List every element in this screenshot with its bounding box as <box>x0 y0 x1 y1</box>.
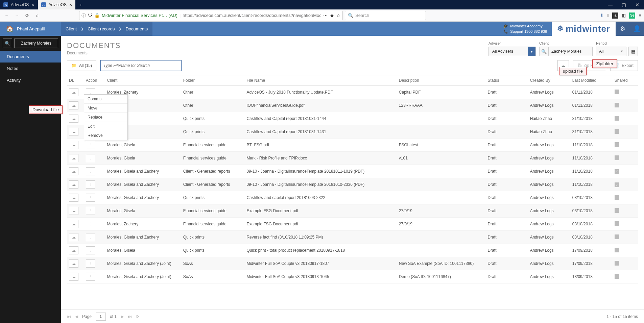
downloads-icon[interactable]: ⬇ <box>600 13 604 18</box>
more-icon[interactable]: ⋯ <box>323 13 328 18</box>
page-input[interactable] <box>96 313 106 321</box>
cell-shared[interactable] <box>613 231 638 244</box>
menu-icon[interactable]: ≡ <box>639 13 641 18</box>
column-header[interactable]: Action <box>84 75 105 86</box>
shared-checkbox[interactable] <box>615 116 619 121</box>
star-icon[interactable]: ☆ <box>336 13 340 18</box>
last-page-icon[interactable]: ⏭ <box>128 314 132 319</box>
sidebar-item-activity[interactable]: Activity <box>0 74 61 86</box>
folder-all-button[interactable]: 📁 All (15) <box>67 60 96 71</box>
ext-icon-1[interactable]: a <box>612 13 618 19</box>
shared-checkbox[interactable] <box>615 103 619 107</box>
column-header[interactable]: Client <box>105 75 181 86</box>
column-header[interactable]: Shared <box>613 75 638 86</box>
shared-checkbox[interactable] <box>615 142 619 147</box>
prev-page-icon[interactable]: ◀ <box>75 314 78 319</box>
shared-checkbox[interactable] <box>615 221 619 226</box>
filename-search-input[interactable] <box>100 60 182 71</box>
sidebar-search-button[interactable]: 🔍 <box>3 39 12 48</box>
app-user[interactable]: 🏠 Phani Anepalli <box>0 25 61 32</box>
row-actions-button[interactable]: ⋮ <box>86 154 95 162</box>
column-header[interactable]: Status <box>486 75 528 86</box>
column-header[interactable]: Folder <box>181 75 245 86</box>
download-button[interactable]: ☁ <box>69 154 78 162</box>
column-header[interactable]: Last Modified <box>570 75 613 86</box>
shared-checkbox[interactable] <box>615 234 619 239</box>
pocket-icon[interactable]: ◆ <box>330 13 334 18</box>
download-button[interactable]: ☁ <box>69 233 78 241</box>
context-menu-item-replace[interactable]: Replace <box>84 113 127 122</box>
row-actions-button[interactable]: ⋮ <box>86 273 95 281</box>
period-select[interactable]: All ▼ <box>596 47 626 56</box>
download-button[interactable]: ☁ <box>69 207 78 215</box>
academy-link[interactable]: Midwinter Academy <box>510 23 542 29</box>
context-menu-item-remove[interactable]: Remove <box>84 131 127 140</box>
breadcrumb-item[interactable]: Documents <box>125 26 148 31</box>
download-button[interactable]: ☁ <box>69 141 78 149</box>
maximize-icon[interactable]: ▢ <box>617 2 630 7</box>
cell-shared[interactable] <box>613 191 638 204</box>
client-search-button[interactable]: 🔍 <box>539 47 549 56</box>
download-button[interactable]: ☁ <box>69 167 78 175</box>
period-extra-button[interactable]: ▦ <box>628 47 638 56</box>
breadcrumb-item[interactable]: Client <box>66 26 77 31</box>
cell-shared[interactable] <box>613 204 638 218</box>
column-header[interactable]: Description <box>397 75 486 86</box>
shared-checkbox[interactable] <box>615 129 619 134</box>
download-button[interactable]: ☁ <box>69 259 78 268</box>
cell-shared[interactable] <box>613 218 638 231</box>
download-button[interactable]: ☁ <box>69 194 78 202</box>
download-button[interactable]: ☁ <box>69 101 78 109</box>
refresh-icon[interactable]: ⟳ <box>136 314 139 319</box>
column-header[interactable]: Created By <box>528 75 570 86</box>
close-icon[interactable]: × <box>31 2 34 7</box>
library-icon[interactable]: ⦀ <box>607 13 609 18</box>
info-icon[interactable]: ⓘ <box>81 13 86 19</box>
shared-checkbox[interactable] <box>615 195 619 200</box>
ext-icon-2[interactable]: Se <box>629 13 635 19</box>
download-button[interactable]: ☁ <box>69 246 78 254</box>
row-actions-button[interactable]: ⋮ <box>86 220 95 228</box>
close-icon[interactable]: ✕ <box>630 2 644 7</box>
browser-tab-inactive[interactable]: A AdviceOS × <box>0 0 38 9</box>
column-header[interactable]: DL <box>67 75 84 86</box>
shared-checkbox[interactable] <box>615 274 619 279</box>
shared-checkbox[interactable] <box>615 90 619 94</box>
row-actions-button[interactable]: ⋮ <box>86 233 95 241</box>
shared-checkbox[interactable] <box>615 182 619 187</box>
home-icon[interactable]: ⌂ <box>33 11 41 20</box>
download-button[interactable]: ☁ <box>69 180 78 189</box>
context-menu-item-comms[interactable]: Comms <box>84 95 127 104</box>
client-value[interactable]: Zachery Morales <box>549 47 593 56</box>
cell-shared[interactable] <box>613 244 638 257</box>
column-header[interactable]: File Name <box>244 75 397 86</box>
sidebar-item-notes[interactable]: Notes <box>0 63 61 74</box>
forward-icon[interactable]: → <box>13 11 21 20</box>
cell-shared[interactable] <box>613 125 638 139</box>
context-menu-item-move[interactable]: Move <box>84 104 127 113</box>
sidebar-item-documents[interactable]: Documents <box>0 51 61 63</box>
cell-shared[interactable] <box>613 257 638 270</box>
browser-search[interactable]: 🔍 Search <box>345 11 426 20</box>
cell-shared[interactable] <box>613 99 638 112</box>
home-icon[interactable]: 🏠 <box>6 25 14 32</box>
profile-button[interactable]: 👤 <box>630 22 644 36</box>
cell-shared[interactable] <box>613 112 638 125</box>
shared-checkbox[interactable] <box>615 155 619 160</box>
download-button[interactable]: ☁ <box>69 115 78 123</box>
first-page-icon[interactable]: ⏮ <box>67 314 71 319</box>
back-icon[interactable]: ← <box>3 11 11 20</box>
sidebar-icon[interactable]: ◧ <box>622 13 626 18</box>
row-actions-button[interactable]: ⋮ <box>86 180 95 189</box>
download-button[interactable]: ☁ <box>69 88 78 96</box>
cell-shared[interactable] <box>613 152 638 165</box>
shared-checkbox[interactable] <box>615 208 619 213</box>
row-actions-button[interactable]: ⋮ <box>86 167 95 175</box>
download-button[interactable]: ☁ <box>69 273 78 281</box>
row-actions-button[interactable]: ⋮ <box>86 207 95 215</box>
breadcrumb-item[interactable]: Client records <box>88 26 115 31</box>
url-bar[interactable]: ⓘ 🛡 🔒 Midwinter Financial Services Pt… (… <box>79 11 343 20</box>
cell-shared[interactable] <box>613 165 638 178</box>
context-menu-item-edit[interactable]: Edit <box>84 122 127 131</box>
reload-icon[interactable]: ⟳ <box>23 11 31 20</box>
